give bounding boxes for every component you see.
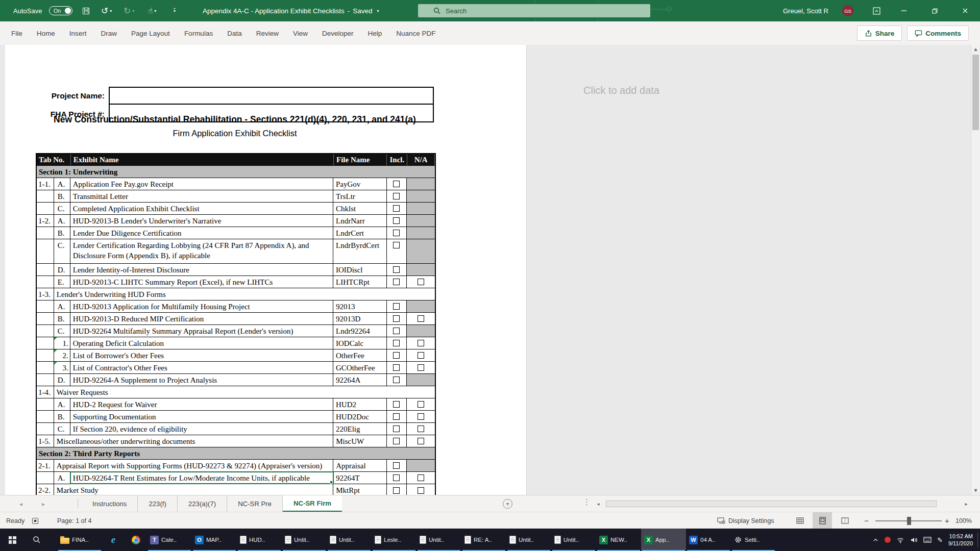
start-button[interactable] [0,529,24,551]
cell-file-name[interactable]: Lndr92264 [333,325,386,337]
share-button[interactable]: Share [857,26,902,41]
cell-file-name[interactable]: HUD2Doc [333,411,386,422]
cell-exhibit-name[interactable]: Market Study [54,484,333,495]
incl-checkbox[interactable] [393,328,400,334]
incl-checkbox[interactable] [393,266,400,273]
cell-exhibit-name[interactable]: Supporting Documentation [70,411,333,422]
cell-exhibit-name[interactable]: HUD-92264 Multifamily Summary Appraisal … [70,325,333,337]
taskbar-app-re-a[interactable]: RE: A.. [461,529,506,551]
cell-tab-no[interactable] [37,276,54,288]
cell-exhibit-name[interactable]: Lender's Underwriting HUD Forms [54,288,435,300]
taskbar-app-new[interactable]: XNEW.. [596,529,641,551]
taskbar-app-untit[interactable]: Untit.. [551,529,596,551]
comments-button[interactable]: Comments [907,26,969,41]
ribbon-tab-page-layout[interactable]: Page Layout [124,21,177,45]
cell-file-name[interactable]: 92264T [333,472,386,484]
cell-incl[interactable] [387,313,407,324]
cell-exhibit-name[interactable]: Miscellaneous/other underwriting documen… [54,435,333,447]
zoom-slider-thumb[interactable] [907,517,911,525]
wifi-icon[interactable] [896,537,904,543]
customize-quick-access-toolbar-button[interactable]: ▾ [174,0,176,21]
cell-file-name[interactable]: PayGov [333,178,386,190]
cell-tab-no[interactable] [37,411,54,422]
cell-na[interactable] [407,203,435,214]
cell-na[interactable] [407,484,435,495]
cell-incl[interactable] [387,264,407,276]
touch-keyboard-icon[interactable] [923,537,932,543]
cell-tab-no[interactable]: 1-1. [37,178,54,190]
cell-item-letter[interactable]: B. [54,227,70,239]
ribbon-tab-help[interactable]: Help [361,21,389,45]
cell-file-name[interactable]: IODCalc [333,337,386,349]
cell-incl[interactable] [387,203,407,214]
incl-checkbox[interactable] [393,425,400,432]
incl-checkbox[interactable] [393,340,400,346]
ribbon-tab-draw[interactable]: Draw [94,21,125,45]
cell-na[interactable] [407,313,435,324]
cell-item-letter[interactable]: 2. [54,349,70,361]
cell-tab-no[interactable] [37,398,54,410]
sheet-nav-left-arrow[interactable]: ◂ [19,495,22,512]
incl-checkbox[interactable] [393,438,400,444]
cell-na[interactable] [407,423,435,435]
taskbar-app-untit[interactable]: Untit.. [506,529,551,551]
incl-checkbox[interactable] [393,205,400,212]
cell-exhibit-name[interactable]: Lender Certification Regarding Lobbying … [70,239,333,263]
na-checkbox[interactable] [418,315,424,322]
incl-checkbox[interactable] [393,377,400,383]
cell-incl[interactable] [387,472,407,484]
cell-exhibit-name[interactable]: Completed Application Exhibit Checklist [70,203,333,214]
cell-incl[interactable] [387,435,407,447]
cell-tab-no[interactable] [37,313,54,324]
cell-file-name[interactable]: GCOtherFee [333,362,386,373]
cell-exhibit-name[interactable]: Lender Due Diligence Certification [70,227,333,239]
cell-file-name[interactable]: 92013 [333,300,386,312]
cell-na[interactable] [407,190,435,202]
cell-item-letter[interactable]: A. [54,398,70,410]
cell-file-name[interactable]: LndrCert [333,227,386,239]
cell-exhibit-name[interactable]: HUD-2 Request for Waiver [70,398,333,410]
cell-file-name[interactable]: OtherFee [333,349,386,361]
incl-checkbox[interactable] [393,352,400,359]
incl-checkbox[interactable] [393,487,400,494]
cell-item-letter[interactable]: C. [54,325,70,337]
cell-tab-no[interactable]: 2-2. [37,484,54,495]
cell-file-name[interactable]: MktRpt [333,484,386,495]
cell-na[interactable] [407,227,435,239]
taskbar-app-ie[interactable]: e [102,529,125,551]
ribbon-display-options-button[interactable] [865,0,888,21]
cell-exhibit-name[interactable]: Appraisal Report with Supporting Forms (… [54,460,333,471]
na-checkbox[interactable] [418,474,424,481]
cell-incl[interactable] [387,460,407,471]
cell-exhibit-name[interactable]: Operating Deficit Calculation [70,337,333,349]
incl-checkbox[interactable] [393,401,400,408]
cell-incl[interactable] [387,398,407,410]
cell-item-letter[interactable]: C. [54,423,70,435]
ribbon-tab-review[interactable]: Review [249,21,286,45]
cell-item-letter[interactable]: A. [54,300,70,312]
incl-checkbox[interactable] [393,474,400,481]
cell-incl[interactable] [387,325,407,337]
display-settings-button[interactable]: Display Settings [717,512,774,529]
taskbar-app-fina[interactable]: FINA.. [57,529,102,551]
cell-incl[interactable] [387,337,407,349]
saved-dropdown-icon[interactable]: ▾ [377,9,379,13]
cell-file-name[interactable]: TrsLtr [333,190,386,202]
taskbar-app-lesle[interactable]: Lesle.. [372,529,416,551]
cell-file-name[interactable]: HUD2 [333,398,386,410]
cell-incl[interactable] [387,374,407,386]
show-hidden-icons-chevron[interactable] [872,537,879,543]
cell-tab-no[interactable] [37,325,54,337]
autosave-toggle[interactable]: On [49,0,72,21]
section-row[interactable]: Section 2: Third Party Reports [37,447,435,460]
ribbon-tab-home[interactable]: Home [30,21,62,45]
cell-tab-no[interactable] [37,227,54,239]
cell-item-letter[interactable]: B. [54,411,70,422]
cell-na[interactable] [407,411,435,422]
cell-incl[interactable] [387,190,407,202]
na-checkbox[interactable] [418,487,424,494]
cell-exhibit-name[interactable]: If Section 220, evidence of eligibility [70,423,333,435]
sheet-nav-right-arrow[interactable]: ▸ [42,495,45,512]
taskbar-app-cale[interactable]: TCale.. [147,529,192,551]
cell-file-name[interactable]: 220Elig [333,423,386,435]
